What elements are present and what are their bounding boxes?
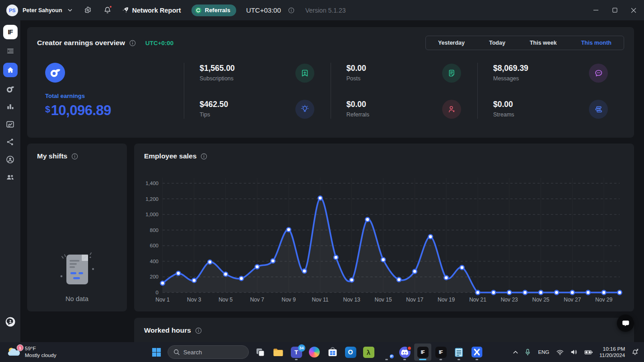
employee-sales-chart: 02004006008001,0001,2001,400Nov 1Nov 3No… [134,172,634,306]
start-button[interactable] [148,343,165,361]
minimize-button[interactable] [589,4,602,17]
tray-microphone[interactable] [523,347,532,357]
avatar[interactable]: PS [6,5,18,16]
tray-wifi[interactable] [555,348,565,357]
notifications-button[interactable] [104,6,111,14]
tray-notifications[interactable] [630,347,640,357]
gear-icon[interactable] [84,6,92,14]
avatar-initials: PS [9,8,16,13]
version-label: Version 5.1.23 [305,7,346,14]
taskbar: 1 59°F Mostly cloudy T [0,342,644,362]
chrome-button[interactable]: P [378,343,395,361]
stats-column-3: $8,069.39Messages $0.00Streams [477,63,624,119]
tray-language[interactable]: ENG [536,349,551,355]
running-indicator [403,359,406,360]
chevron-down-icon[interactable] [68,9,72,12]
list-icon [6,46,15,56]
teams-icon: T 34 [291,347,302,358]
running-indicator [295,359,298,360]
svg-text:Nov 29: Nov 29 [595,297,612,303]
store-icon [327,347,338,358]
info-icon[interactable] [195,327,202,334]
taskbar-search[interactable] [168,345,249,359]
svg-text:Nov 27: Nov 27 [564,297,581,303]
close-button[interactable] [627,4,640,17]
info-icon[interactable] [71,153,78,160]
total-earnings-label[interactable]: Total earnings [45,93,184,99]
outlook-button[interactable]: O [342,343,359,361]
lambda-icon: λ [363,347,374,358]
sidebar-item-share[interactable] [3,136,18,148]
sidebar-item-reports[interactable] [3,118,18,130]
svg-text:Nov 23: Nov 23 [501,297,518,303]
people-icon [5,172,15,182]
tab-today[interactable]: Today [477,36,518,50]
copilot-button[interactable] [306,343,323,361]
file-explorer-button[interactable] [270,343,287,361]
sidebar-item-list[interactable] [3,45,18,57]
sidebar-item-team[interactable] [3,171,18,183]
earnings-stats: Total earnings $10,096.89 $1,565.00Subsc… [27,50,634,119]
timezone-label: UTC+03:00 [246,6,281,14]
tray-clock[interactable]: 10:16 PM 11/20/2024 [598,346,626,358]
sidebar-item-account[interactable] [3,153,18,165]
if-app-button[interactable]: IF [432,343,449,361]
folder-icon [272,347,284,357]
notepad-button[interactable] [450,343,467,361]
task-view-button[interactable] [252,343,269,361]
tray-chevron-up[interactable] [512,349,519,355]
copilot-icon [309,347,320,357]
total-earnings-amount: $10,096.89 [45,102,184,119]
teams-button[interactable]: T 34 [288,343,305,361]
network-report-button[interactable]: Network Report [122,7,181,14]
search-icon [173,349,180,355]
employee-sales-card: Employee sales 02004006008001,0001,2001,… [134,144,634,311]
running-indicator [385,359,388,360]
stats-column-1: $1,565.00Subscriptions $462.50Tips [184,63,331,119]
chrome-profile-badge: P [389,353,395,359]
user-name[interactable]: Peter Sahyoun [23,7,62,14]
running-indicator [457,359,460,360]
sidebar-item-support[interactable] [3,316,18,328]
tray-battery[interactable] [583,348,594,356]
stat-messages: $8,069.39Messages [493,64,608,83]
running-indicator [476,359,478,360]
lightbulb-icon [295,100,314,119]
bell-sleep-icon [631,348,639,356]
stats-column-2: $0.00Posts $0.00Referrals [331,63,477,119]
no-data-label: No data [65,295,89,302]
stat-streams: $0.00Streams [493,100,608,119]
tray-volume[interactable] [569,348,579,357]
tab-this-week[interactable]: This week [518,36,569,50]
info-icon[interactable] [201,153,207,160]
earnings-timezone[interactable]: UTC+0:00 [145,40,174,46]
sidebar-item-creator[interactable] [3,83,18,95]
main-content: Creator earnings overview UTC+0:00 Yeste… [20,20,644,342]
search-input[interactable] [183,349,238,356]
wifi-icon [556,349,564,355]
svg-text:1,200: 1,200 [145,196,159,202]
info-icon[interactable] [288,7,294,14]
referrals-button[interactable]: Referrals [191,5,236,16]
sidebar-item-statistics[interactable] [3,101,18,112]
app-logo[interactable]: IF [3,25,18,39]
discord-button[interactable] [396,343,413,361]
x-app-button[interactable] [468,343,485,361]
lambda-app-button[interactable]: λ [360,343,377,361]
chevron-up-icon [513,351,518,354]
tab-yesterday[interactable]: Yesterday [426,36,477,50]
network-report-label: Network Report [132,7,181,14]
tab-this-month[interactable]: This month [569,36,624,50]
info-icon[interactable] [129,40,136,46]
note-icon [442,64,461,83]
weather-temp: 59°F [25,345,56,352]
stream-bars-icon [589,100,608,119]
if-app-icon: IF [435,347,447,358]
if-app-active-button[interactable]: IF [414,343,431,361]
chat-widget-button[interactable] [617,315,634,332]
maximize-button[interactable] [608,4,621,17]
weather-widget[interactable]: 1 59°F Mostly cloudy [3,343,61,361]
sidebar-item-home[interactable] [3,63,18,77]
shifts-title: My shifts [37,152,67,160]
ms-store-button[interactable] [324,343,341,361]
